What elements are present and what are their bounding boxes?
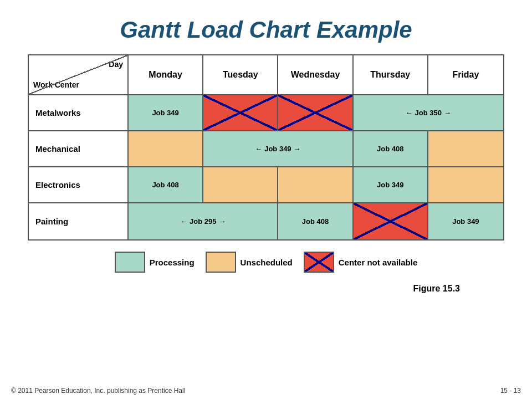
unavailable-box xyxy=(304,252,334,273)
unavailable-label: Center not available xyxy=(339,258,418,267)
processing-label: Processing xyxy=(150,258,195,267)
processing-box xyxy=(115,252,145,273)
friday-header: Friday xyxy=(428,55,503,94)
metalworks-wed xyxy=(278,95,353,130)
electronics-tue xyxy=(203,167,278,202)
electronics-thu: Job 349 xyxy=(354,167,428,202)
metalworks-label: Metalworks xyxy=(29,95,129,130)
legend-processing: Processing xyxy=(115,252,195,273)
header-corner: Work Center Day xyxy=(29,55,129,94)
gantt-chart: Work Center Day Monday Tuesday Wednesday… xyxy=(28,54,504,241)
work-center-label: Work Center xyxy=(33,80,79,90)
mechanical-label: Mechanical xyxy=(29,131,129,166)
painting-thu xyxy=(354,203,428,239)
electronics-label: Electronics xyxy=(29,167,129,202)
painting-row: Painting Job 295 Job 408 Job 349 xyxy=(29,203,503,239)
chart-header: Work Center Day Monday Tuesday Wednesday… xyxy=(29,55,503,95)
mechanical-thu: Job 408 xyxy=(354,131,428,166)
footer: © 2011 Pearson Education, Inc. publishin… xyxy=(0,387,532,395)
electronics-fri xyxy=(428,167,503,202)
painting-label: Painting xyxy=(29,203,129,239)
metalworks-mon: Job 349 xyxy=(129,95,203,130)
electronics-mon: Job 408 xyxy=(129,167,203,202)
footer-right: 15 - 13 xyxy=(500,387,521,395)
legend-unscheduled: Unscheduled xyxy=(206,252,293,273)
electronics-wed xyxy=(278,167,353,202)
footer-left: © 2011 Pearson Education, Inc. publishin… xyxy=(11,387,185,395)
metalworks-row: Metalworks Job 349 Job 350 xyxy=(29,95,503,131)
page-title: Gantt Load Chart Example xyxy=(0,0,532,54)
metalworks-tue xyxy=(203,95,278,130)
day-label: Day xyxy=(109,60,123,69)
tuesday-header: Tuesday xyxy=(203,55,278,94)
figure-label: Figure 15.3 xyxy=(28,284,504,294)
wednesday-header: Wednesday xyxy=(278,55,353,94)
thursday-header: Thursday xyxy=(354,55,428,94)
electronics-row: Electronics Job 408 Job 349 xyxy=(29,167,503,203)
unscheduled-box xyxy=(206,252,236,273)
painting-wed: Job 408 xyxy=(278,203,353,239)
metalworks-thu-fri: Job 350 xyxy=(354,95,503,130)
monday-header: Monday xyxy=(129,55,203,94)
painting-mon-tue: Job 295 xyxy=(129,203,278,239)
legend: Processing Unscheduled Center not availa… xyxy=(28,252,504,273)
mechanical-tue-wed: Job 349 xyxy=(203,131,353,166)
painting-fri: Job 349 xyxy=(428,203,503,239)
mechanical-row: Mechanical Job 349 Job 408 xyxy=(29,131,503,167)
unscheduled-label: Unscheduled xyxy=(241,258,293,267)
legend-unavailable: Center not available xyxy=(304,252,418,273)
mechanical-fri xyxy=(428,131,503,166)
mechanical-mon xyxy=(129,131,203,166)
